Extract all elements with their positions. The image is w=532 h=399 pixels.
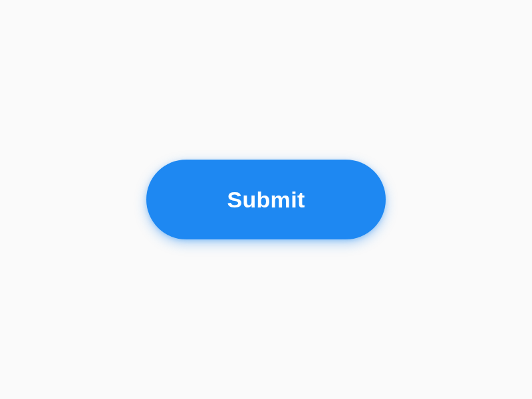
submit-button[interactable]: Submit <box>146 160 386 239</box>
